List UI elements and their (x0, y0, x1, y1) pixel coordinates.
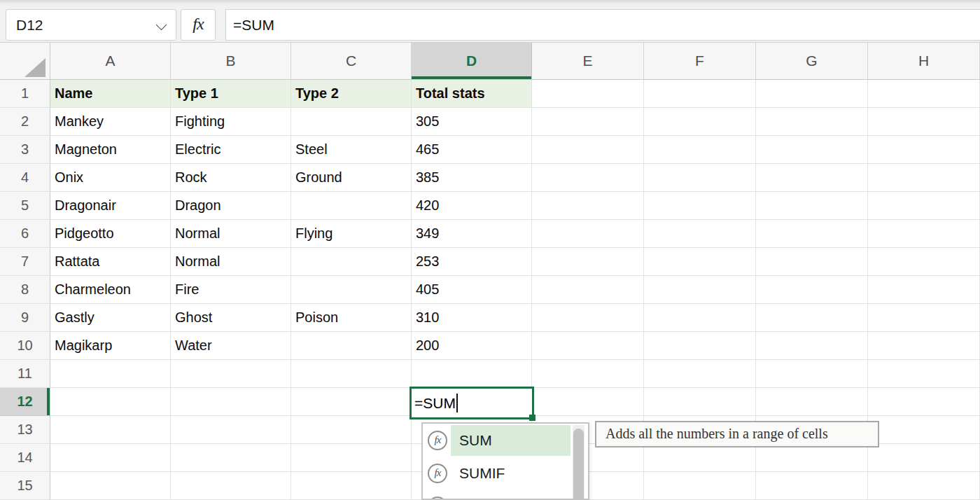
row-header-5[interactable]: 5 (0, 192, 50, 220)
cell-A10[interactable]: Magikarp (50, 332, 171, 360)
cell-H3[interactable] (868, 136, 980, 164)
cell-B10[interactable]: Water (171, 332, 291, 360)
cell-A9[interactable]: Gastly (50, 304, 171, 332)
cell-G4[interactable] (756, 164, 868, 192)
scrollbar-thumb[interactable] (573, 429, 584, 500)
cell-H7[interactable] (868, 248, 980, 276)
cell-E12[interactable] (532, 388, 644, 416)
formula-input[interactable]: =SUM (225, 9, 980, 41)
cell-A15[interactable] (50, 472, 171, 500)
cell-D11[interactable] (412, 360, 532, 388)
cell-E9[interactable] (532, 304, 644, 332)
cell-F11[interactable] (644, 360, 756, 388)
cell-G6[interactable] (756, 220, 868, 248)
cell-C1[interactable]: Type 2 (291, 80, 412, 108)
name-box[interactable]: D12 (6, 9, 176, 41)
cell-A1[interactable]: Name (50, 80, 171, 108)
cell-E2[interactable] (532, 108, 644, 136)
column-header-H[interactable]: H (868, 43, 980, 79)
chevron-down-icon[interactable] (156, 20, 167, 31)
autocomplete-scrollbar[interactable] (573, 425, 584, 499)
cell-C7[interactable] (291, 248, 412, 276)
cell-D7[interactable]: 253 (412, 248, 532, 276)
row-header-10[interactable]: 10 (0, 332, 50, 360)
cell-G2[interactable] (756, 108, 868, 136)
cell-A8[interactable]: Charmeleon (50, 276, 171, 304)
row-header-14[interactable]: 14 (0, 444, 50, 472)
column-header-E[interactable]: E (532, 43, 644, 79)
cell-E7[interactable] (532, 248, 644, 276)
cell-G10[interactable] (756, 332, 868, 360)
cell-H4[interactable] (868, 164, 980, 192)
row-header-12[interactable]: 12 (0, 388, 50, 416)
cell-G11[interactable] (756, 360, 868, 388)
cell-F3[interactable] (644, 136, 756, 164)
cell-B7[interactable]: Normal (171, 248, 291, 276)
row-header-9[interactable]: 9 (0, 304, 50, 332)
cell-B1[interactable]: Type 1 (171, 80, 291, 108)
column-header-D[interactable]: D (412, 43, 532, 79)
cell-B12[interactable] (171, 388, 291, 416)
row-header-6[interactable]: 6 (0, 220, 50, 248)
cell-A7[interactable]: Rattata (50, 248, 171, 276)
cell-B3[interactable]: Electric (171, 136, 291, 164)
cell-C6[interactable]: Flying (291, 220, 412, 248)
cell-D9[interactable]: 310 (412, 304, 532, 332)
insert-function-button[interactable]: fx (181, 9, 216, 41)
cell-F7[interactable] (644, 248, 756, 276)
cell-E4[interactable] (532, 164, 644, 192)
select-all-corner[interactable] (0, 43, 50, 79)
cell-A4[interactable]: Onix (50, 164, 171, 192)
cell-C10[interactable] (291, 332, 412, 360)
cell-E3[interactable] (532, 136, 644, 164)
cell-H6[interactable] (868, 220, 980, 248)
cell-G3[interactable] (756, 136, 868, 164)
cell-C8[interactable] (291, 276, 412, 304)
cell-A13[interactable] (50, 416, 171, 444)
cell-B2[interactable]: Fighting (171, 108, 291, 136)
cell-H9[interactable] (868, 304, 980, 332)
cell-A12[interactable] (50, 388, 171, 416)
column-header-G[interactable]: G (756, 43, 868, 79)
cell-G9[interactable] (756, 304, 868, 332)
row-header-15[interactable]: 15 (0, 472, 50, 500)
cell-A14[interactable] (50, 444, 171, 472)
cell-G7[interactable] (756, 248, 868, 276)
cell-C11[interactable] (291, 360, 412, 388)
cell-H11[interactable] (868, 360, 980, 388)
cell-H1[interactable] (868, 80, 980, 108)
column-header-A[interactable]: A (50, 43, 171, 79)
cell-E6[interactable] (532, 220, 644, 248)
cell-C5[interactable] (291, 192, 412, 220)
cell-C15[interactable] (291, 472, 412, 500)
cell-B9[interactable]: Ghost (171, 304, 291, 332)
cell-F10[interactable] (644, 332, 756, 360)
cell-F9[interactable] (644, 304, 756, 332)
cell-F15[interactable] (644, 472, 756, 500)
cell-H15[interactable] (868, 472, 980, 500)
cell-G1[interactable] (756, 80, 868, 108)
cell-F4[interactable] (644, 164, 756, 192)
cell-C12[interactable] (291, 388, 412, 416)
cell-B6[interactable]: Normal (171, 220, 291, 248)
cell-C9[interactable]: Poison (291, 304, 412, 332)
cell-E1[interactable] (532, 80, 644, 108)
cell-B13[interactable] (171, 416, 291, 444)
row-header-3[interactable]: 3 (0, 136, 50, 164)
cell-G8[interactable] (756, 276, 868, 304)
cell-D1[interactable]: Total stats (412, 80, 532, 108)
cell-H14[interactable] (868, 444, 980, 472)
cell-D5[interactable]: 420 (412, 192, 532, 220)
cell-B15[interactable] (171, 472, 291, 500)
cell-F1[interactable] (644, 80, 756, 108)
cell-D3[interactable]: 465 (412, 136, 532, 164)
cell-F5[interactable] (644, 192, 756, 220)
row-header-8[interactable]: 8 (0, 276, 50, 304)
cell-F14[interactable] (644, 444, 756, 472)
cell-F8[interactable] (644, 276, 756, 304)
cell-B4[interactable]: Rock (171, 164, 291, 192)
column-header-B[interactable]: B (171, 43, 291, 79)
cell-H8[interactable] (868, 276, 980, 304)
cell-A6[interactable]: Pidgeotto (50, 220, 171, 248)
cell-A3[interactable]: Magneton (50, 136, 171, 164)
